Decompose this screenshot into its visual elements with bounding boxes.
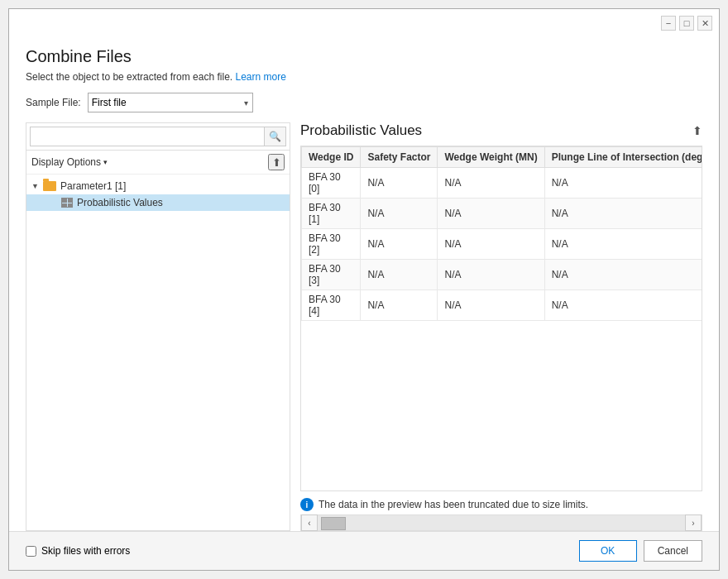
table-icon bbox=[61, 198, 73, 208]
tree-root-node[interactable]: ▼ Parameter1 [1] bbox=[26, 178, 290, 194]
table-cell: N/A bbox=[544, 260, 702, 290]
skip-files-checkbox[interactable] bbox=[26, 546, 36, 557]
preview-title: Probabilistic Values bbox=[300, 122, 422, 139]
ok-button[interactable]: OK bbox=[579, 540, 637, 562]
preview-export-icon: ⬆ bbox=[692, 124, 702, 137]
preview-header: Probabilistic Values ⬆ bbox=[300, 122, 702, 139]
display-options-label: Display Options bbox=[31, 156, 101, 168]
skip-files-label: Skip files with errors bbox=[41, 545, 130, 557]
table-cell: N/A bbox=[361, 290, 438, 321]
table-cell: N/A bbox=[361, 168, 438, 199]
scroll-right-button[interactable]: › bbox=[685, 514, 702, 531]
table-row: BFA 30 [1]N/AN/AN/A bbox=[302, 199, 703, 229]
export-icon-button[interactable]: ⬆ bbox=[268, 154, 285, 170]
horizontal-scrollbar[interactable]: ‹ › bbox=[300, 514, 702, 531]
tree-child-label: Probabilistic Values bbox=[77, 197, 163, 208]
sample-file-label: Sample File: bbox=[26, 97, 81, 108]
cancel-button[interactable]: Cancel bbox=[644, 540, 702, 562]
search-input[interactable] bbox=[30, 127, 265, 146]
tree-child-node[interactable]: Probabilistic Values bbox=[26, 194, 290, 211]
preview-export-button[interactable]: ⬆ bbox=[692, 124, 702, 137]
right-panel: Probabilistic Values ⬆ Wedge ID Safety F… bbox=[300, 122, 702, 531]
sample-file-select-wrapper: First file bbox=[88, 93, 253, 112]
table-cell: N/A bbox=[438, 229, 544, 260]
search-icon: 🔍 bbox=[269, 131, 281, 142]
main-panels: 🔍 Display Options ▾ ⬆ bbox=[26, 122, 702, 531]
table-header-row: Wedge ID Safety Factor Wedge Weight (MN)… bbox=[302, 147, 703, 168]
table-cell: N/A bbox=[361, 260, 438, 290]
col-wedge-weight: Wedge Weight (MN) bbox=[438, 147, 544, 168]
table-cell: BFA 30 [1] bbox=[302, 199, 361, 229]
close-button[interactable]: ✕ bbox=[697, 16, 712, 31]
tree-root-label: Parameter1 [1] bbox=[60, 180, 126, 192]
maximize-button[interactable]: □ bbox=[679, 16, 694, 31]
col-safety-factor: Safety Factor bbox=[361, 147, 438, 168]
dialog-subtitle: Select the object to be extracted from e… bbox=[26, 71, 702, 83]
col-wedge-id: Wedge ID bbox=[302, 147, 361, 168]
table-cell: N/A bbox=[544, 229, 702, 260]
truncated-text: The data in the preview has been truncat… bbox=[318, 499, 588, 510]
dialog-title: Combine Files bbox=[26, 47, 702, 66]
scroll-track[interactable] bbox=[318, 515, 685, 530]
data-table: Wedge ID Safety Factor Wedge Weight (MN)… bbox=[301, 146, 702, 321]
footer-left: Skip files with errors bbox=[26, 545, 130, 557]
tree-collapse-arrow: ▼ bbox=[31, 182, 41, 190]
table-cell: N/A bbox=[438, 199, 544, 229]
table-cell: N/A bbox=[438, 168, 544, 199]
scroll-thumb[interactable] bbox=[321, 517, 346, 530]
export-icon: ⬆ bbox=[272, 156, 281, 169]
chevron-down-icon: ▾ bbox=[103, 158, 108, 166]
table-body: BFA 30 [0]N/AN/AN/ABFA 30 [1]N/AN/AN/ABF… bbox=[302, 168, 703, 321]
table-row: BFA 30 [2]N/AN/AN/A bbox=[302, 229, 703, 260]
table-row: BFA 30 [4]N/AN/AN/A bbox=[302, 290, 703, 321]
table-cell: N/A bbox=[544, 290, 702, 321]
table-cell: N/A bbox=[544, 168, 702, 199]
display-options-button[interactable]: Display Options ▾ bbox=[31, 156, 108, 168]
learn-more-link[interactable]: Learn more bbox=[235, 71, 285, 83]
sample-file-row: Sample File: First file bbox=[26, 93, 702, 112]
table-cell: BFA 30 [4] bbox=[302, 290, 361, 321]
search-button[interactable]: 🔍 bbox=[265, 127, 286, 146]
search-row: 🔍 bbox=[26, 123, 290, 151]
table-cell: N/A bbox=[438, 260, 544, 290]
folder-icon bbox=[43, 181, 56, 191]
table-cell: BFA 30 [3] bbox=[302, 260, 361, 290]
table-cell: N/A bbox=[438, 290, 544, 321]
table-cell: N/A bbox=[361, 229, 438, 260]
table-cell: BFA 30 [0] bbox=[302, 168, 361, 199]
col-plunge-line: Plunge Line of Intersection (deg) bbox=[544, 147, 702, 168]
table-cell: N/A bbox=[544, 199, 702, 229]
minimize-button[interactable]: − bbox=[661, 16, 676, 31]
table-row: BFA 30 [3]N/AN/AN/A bbox=[302, 260, 703, 290]
table-cell: BFA 30 [2] bbox=[302, 229, 361, 260]
truncated-notice: i The data in the preview has been trunc… bbox=[300, 498, 702, 511]
main-window: − □ ✕ Combine Files Select the object to… bbox=[8, 8, 720, 571]
table-cell: N/A bbox=[361, 199, 438, 229]
tree-area: ▼ Parameter1 [1] Probabilistic Values bbox=[26, 175, 290, 530]
sample-file-select[interactable]: First file bbox=[88, 93, 253, 112]
content-area: Combine Files Select the object to be ex… bbox=[9, 34, 719, 531]
display-options-row: Display Options ▾ ⬆ bbox=[26, 151, 290, 175]
footer: Skip files with errors OK Cancel bbox=[9, 531, 719, 570]
scroll-left-button[interactable]: ‹ bbox=[301, 514, 318, 531]
table-row: BFA 30 [0]N/AN/AN/A bbox=[302, 168, 703, 199]
title-bar: − □ ✕ bbox=[9, 9, 719, 34]
footer-right: OK Cancel bbox=[579, 540, 702, 562]
left-panel: 🔍 Display Options ▾ ⬆ bbox=[26, 122, 290, 531]
data-table-container: Wedge ID Safety Factor Wedge Weight (MN)… bbox=[300, 146, 702, 491]
info-icon: i bbox=[300, 498, 314, 511]
